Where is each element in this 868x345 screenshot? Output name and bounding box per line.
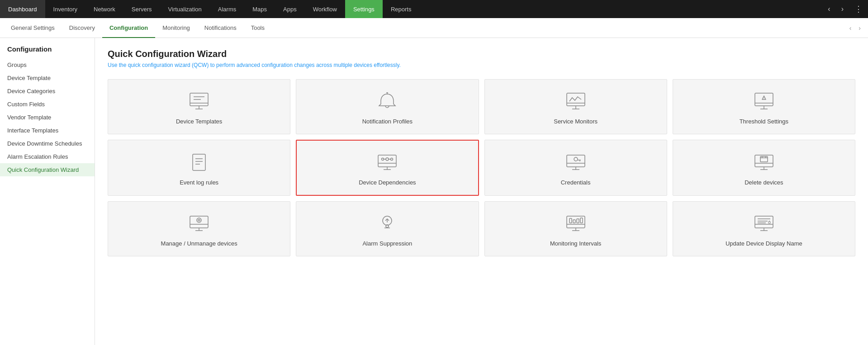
nav-more-button[interactable]: ⋮ xyxy=(849,4,868,14)
card-monitoring-intervals[interactable]: Monitoring Intervals xyxy=(484,201,667,256)
svg-point-28 xyxy=(391,158,393,161)
subnav-arrows: ‹ › xyxy=(846,18,864,38)
nav-item-workflow[interactable]: Workflow xyxy=(305,0,345,18)
nav-item-reports[interactable]: Reports xyxy=(383,0,420,18)
card-delete-devices-label: Delete devices xyxy=(745,179,783,186)
device-dependencies-icon xyxy=(376,153,398,173)
credentials-icon xyxy=(565,153,587,173)
card-delete-devices[interactable]: Delete devices xyxy=(673,140,855,196)
sidebar-item-device-categories[interactable]: Device Categories xyxy=(0,85,95,98)
svg-rect-38 xyxy=(755,155,773,167)
subnav-tools[interactable]: Tools xyxy=(244,18,272,38)
main-content: Quick Configuration Wizard Use the quick… xyxy=(95,38,868,345)
card-monitoring-intervals-label: Monitoring Intervals xyxy=(550,240,601,247)
subnav-forward-arrow[interactable]: › xyxy=(855,24,864,32)
main-layout: Configuration Groups Device Template Dev… xyxy=(0,38,868,345)
card-device-templates-label: Device Templates xyxy=(176,118,222,125)
card-service-monitors[interactable]: Service Monitors xyxy=(484,79,667,134)
nav-item-servers[interactable]: Servers xyxy=(123,0,160,18)
page-subtitle: Use the quick configuration wizard (QCW)… xyxy=(108,62,855,68)
card-threshold-settings-label: Threshold Settings xyxy=(740,118,788,125)
manage-unmanage-icon xyxy=(188,214,210,234)
subnav-configuration[interactable]: Configuration xyxy=(102,18,155,38)
subnav-general-settings[interactable]: General Settings xyxy=(4,18,62,38)
sub-navigation: General Settings Discovery Configuration… xyxy=(0,18,868,38)
subnav-back-arrow[interactable]: ‹ xyxy=(846,24,855,32)
card-update-display-name[interactable]: Update Device Display Name xyxy=(673,201,855,256)
sidebar-item-vendor-template[interactable]: Vendor Template xyxy=(0,111,95,124)
card-notification-profiles-label: Notification Profiles xyxy=(362,118,413,125)
card-event-log-rules[interactable]: Event log rules xyxy=(108,140,290,196)
card-manage-unmanage[interactable]: Manage / Unmanage devices xyxy=(108,201,290,256)
card-threshold-settings[interactable]: Threshold Settings xyxy=(673,79,855,134)
card-update-display-name-label: Update Device Display Name xyxy=(726,240,802,247)
nav-forward-arrow[interactable]: › xyxy=(836,0,849,18)
svg-point-50 xyxy=(197,218,201,222)
notification-profiles-icon xyxy=(376,92,398,112)
card-service-monitors-label: Service Monitors xyxy=(554,118,598,125)
svg-rect-61 xyxy=(573,220,575,223)
subnav-monitoring[interactable]: Monitoring xyxy=(155,18,197,38)
sidebar-item-custom-fields[interactable]: Custom Fields xyxy=(0,98,95,111)
card-alarm-suppression-label: Alarm Suppression xyxy=(362,240,412,247)
svg-point-26 xyxy=(386,158,389,161)
svg-rect-22 xyxy=(378,155,396,167)
card-alarm-suppression[interactable]: Alarm Suppression xyxy=(296,201,479,256)
nav-item-settings[interactable]: Settings xyxy=(345,0,383,18)
svg-point-35 xyxy=(574,157,578,161)
nav-back-arrow[interactable]: ‹ xyxy=(822,0,835,18)
card-notification-profiles[interactable]: Notification Profiles xyxy=(296,79,479,134)
service-monitors-icon xyxy=(565,92,587,112)
svg-rect-18 xyxy=(193,154,205,170)
nav-item-alarms[interactable]: Alarms xyxy=(210,0,244,18)
wizard-grid: Device Templates Notification Profiles xyxy=(108,79,855,256)
update-display-name-icon xyxy=(753,214,775,234)
sidebar-item-device-template[interactable]: Device Template xyxy=(0,71,95,85)
nav-arrows: ‹ › ⋮ xyxy=(822,0,868,18)
nav-item-inventory[interactable]: Inventory xyxy=(45,0,85,18)
alarm-suppression-icon xyxy=(376,214,398,234)
monitoring-intervals-icon xyxy=(565,214,587,234)
svg-rect-63 xyxy=(580,218,583,223)
subnav-discovery[interactable]: Discovery xyxy=(62,18,102,38)
card-credentials[interactable]: Credentials xyxy=(484,140,667,196)
page-title: Quick Configuration Wizard xyxy=(108,49,855,59)
svg-point-51 xyxy=(198,219,200,221)
sidebar-item-alarm-escalation[interactable]: Alarm Escalation Rules xyxy=(0,150,95,163)
card-manage-unmanage-label: Manage / Unmanage devices xyxy=(161,240,237,247)
subnav-notifications[interactable]: Notifications xyxy=(197,18,244,38)
svg-point-17 xyxy=(764,99,764,99)
svg-rect-62 xyxy=(577,219,579,223)
sidebar-item-interface-templates[interactable]: Interface Templates xyxy=(0,124,95,137)
nav-item-dashboard[interactable]: Dashboard xyxy=(0,0,45,18)
delete-devices-icon xyxy=(753,153,775,173)
event-log-rules-icon xyxy=(188,153,210,173)
threshold-settings-icon xyxy=(753,92,775,112)
device-templates-icon xyxy=(188,92,210,112)
card-credentials-label: Credentials xyxy=(561,179,591,186)
nav-item-apps[interactable]: Apps xyxy=(275,0,305,18)
card-device-templates[interactable]: Device Templates xyxy=(108,79,290,134)
card-event-log-rules-label: Event log rules xyxy=(180,179,218,186)
card-device-dependencies-label: Device Dependencies xyxy=(359,179,416,186)
sidebar-item-groups[interactable]: Groups xyxy=(0,58,95,71)
sidebar-item-quick-config[interactable]: Quick Configuration Wizard xyxy=(0,163,95,176)
nav-item-virtualization[interactable]: Virtualization xyxy=(160,0,210,18)
nav-item-network[interactable]: Network xyxy=(85,0,123,18)
nav-item-maps[interactable]: Maps xyxy=(244,0,275,18)
top-navigation: Dashboard Inventory Network Servers Virt… xyxy=(0,0,868,18)
sidebar: Configuration Groups Device Template Dev… xyxy=(0,38,95,345)
sidebar-item-device-downtime[interactable]: Device Downtime Schedules xyxy=(0,137,95,150)
card-device-dependencies[interactable]: Device Dependencies xyxy=(296,140,479,196)
svg-point-27 xyxy=(382,158,384,161)
svg-rect-60 xyxy=(569,218,572,223)
sidebar-title: Configuration xyxy=(0,45,95,58)
svg-rect-42 xyxy=(760,156,768,162)
